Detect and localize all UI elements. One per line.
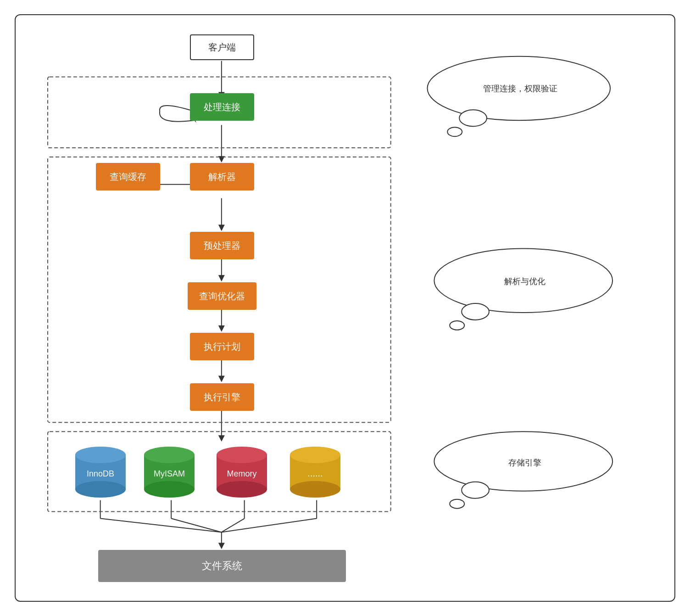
- svg-marker-3: [218, 156, 225, 162]
- svg-point-36: [434, 431, 612, 491]
- exec-plan-box: 执行计划: [190, 333, 254, 360]
- svg-point-37: [462, 482, 489, 498]
- svg-point-35: [450, 321, 464, 330]
- parser-box: 解析器: [190, 163, 254, 190]
- svg-point-31: [459, 110, 487, 126]
- svg-point-51: [217, 481, 267, 498]
- bubble-connection-text: 管理连接，权限验证: [428, 75, 612, 102]
- svg-point-57: [290, 447, 340, 463]
- svg-point-38: [450, 499, 464, 509]
- innodb-cylinder: InnoDB: [71, 442, 130, 502]
- bubble-parse-text: 解析与优化: [435, 270, 614, 293]
- svg-point-42: [75, 447, 126, 463]
- preprocessor-box: 预处理器: [190, 232, 254, 259]
- svg-marker-8: [218, 225, 225, 231]
- svg-point-41: [75, 481, 126, 498]
- svg-line-22: [222, 519, 245, 532]
- svg-marker-10: [218, 275, 225, 281]
- main-canvas: 客户端 处理连接 解析器 查询缓存 预处理器 查询优化器 执行计划 执行引擎 I…: [15, 14, 675, 602]
- svg-point-52: [217, 447, 267, 463]
- svg-line-20: [171, 519, 222, 532]
- diagram-svg: [16, 15, 674, 601]
- svg-point-47: [144, 447, 195, 463]
- svg-point-33: [434, 248, 612, 313]
- svg-text:InnoDB: InnoDB: [87, 469, 114, 478]
- svg-point-46: [144, 481, 195, 498]
- svg-text:Memory: Memory: [227, 469, 256, 478]
- svg-point-32: [447, 127, 462, 136]
- client-box: 客户端: [190, 34, 254, 60]
- query-cache-box: 查询缓存: [96, 163, 160, 190]
- svg-line-24: [222, 519, 317, 532]
- myisam-cylinder: MyISAM: [139, 442, 199, 502]
- svg-point-34: [462, 303, 489, 320]
- svg-marker-14: [218, 376, 225, 382]
- other-cylinder: ......: [285, 442, 345, 502]
- svg-point-30: [427, 56, 610, 121]
- memory-cylinder: Memory: [212, 442, 272, 502]
- svg-text:......: ......: [307, 468, 323, 478]
- svg-text:MyISAM: MyISAM: [154, 469, 185, 478]
- svg-marker-12: [218, 325, 225, 332]
- handle-connection-box: 处理连接: [190, 93, 254, 121]
- filesystem-box: 文件系统: [98, 550, 346, 582]
- svg-marker-26: [218, 543, 225, 549]
- svg-point-56: [290, 481, 340, 498]
- optimizer-box: 查询优化器: [188, 282, 256, 310]
- bubble-storage-text: 存储引擎: [435, 451, 614, 474]
- svg-line-18: [100, 519, 222, 532]
- exec-engine-box: 执行引擎: [190, 383, 254, 411]
- svg-marker-16: [218, 435, 225, 442]
